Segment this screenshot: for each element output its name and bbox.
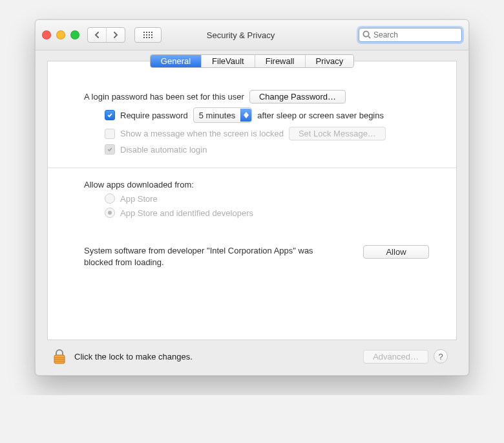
- set-lock-message-button: Set Lock Message…: [289, 127, 386, 140]
- zoom-window-button[interactable]: [70, 30, 79, 39]
- nav-buttons: [87, 27, 125, 43]
- allow-button[interactable]: Allow: [363, 245, 429, 259]
- radio-app-store-identified-label: App Store and identified developers: [120, 208, 253, 218]
- change-password-button[interactable]: Change Password…: [249, 90, 346, 103]
- tab-privacy[interactable]: Privacy: [306, 55, 354, 67]
- general-pane: A login password has been set for this u…: [48, 68, 456, 277]
- lock-text: Click the lock to make changes.: [74, 352, 193, 362]
- allow-apps-header: Allow apps downloaded from:: [84, 180, 194, 189]
- tab-general[interactable]: General: [151, 55, 202, 67]
- updown-icon: [240, 109, 251, 122]
- titlebar: Security & Privacy: [36, 20, 468, 50]
- lock-button[interactable]: [50, 347, 69, 366]
- divider: [48, 167, 456, 168]
- search-icon: [362, 30, 371, 39]
- tab-filevault[interactable]: FileVault: [202, 55, 255, 67]
- svg-line-1: [368, 36, 370, 38]
- lock-icon: [52, 348, 67, 365]
- search-input[interactable]: [359, 28, 462, 42]
- password-delay-value: 5 minutes: [199, 111, 235, 120]
- show-message-label: Show a message when the screen is locked: [120, 129, 284, 138]
- login-password-text: A login password has been set for this u…: [84, 92, 244, 102]
- advanced-button: Advanced…: [363, 350, 428, 363]
- tab-firewall[interactable]: Firewall: [255, 55, 306, 67]
- disable-auto-login-label: Disable automatic login: [120, 145, 207, 155]
- tab-bar: General FileVault Firewall Privacy: [150, 54, 354, 68]
- search-wrap: [359, 28, 462, 42]
- require-password-label: Require password: [120, 111, 188, 120]
- show-message-checkbox: [105, 129, 115, 139]
- disable-auto-login-checkbox: [105, 144, 115, 155]
- preferences-window: Security & Privacy General FileVault Fir…: [35, 19, 469, 376]
- radio-app-store-label: App Store: [120, 194, 158, 204]
- svg-rect-2: [54, 355, 65, 363]
- radio-app-store-identified: [105, 208, 115, 218]
- svg-point-0: [363, 31, 368, 36]
- radio-app-store: [105, 193, 115, 204]
- forward-button[interactable]: [107, 28, 125, 42]
- close-window-button[interactable]: [42, 30, 51, 39]
- footer: Click the lock to make changes. Advanced…: [47, 340, 457, 366]
- password-delay-popup[interactable]: 5 minutes: [193, 107, 252, 123]
- blocked-software-text: System software from developer "Intel Co…: [84, 245, 317, 268]
- window-title: Security & Privacy: [128, 30, 353, 40]
- window-controls: [42, 30, 79, 39]
- minimize-window-button[interactable]: [56, 30, 65, 39]
- require-password-after: after sleep or screen saver begins: [257, 111, 384, 120]
- back-button[interactable]: [88, 28, 107, 42]
- require-password-checkbox[interactable]: [105, 110, 115, 120]
- content-panel: General FileVault Firewall Privacy A log…: [47, 61, 457, 340]
- help-button[interactable]: ?: [434, 349, 448, 363]
